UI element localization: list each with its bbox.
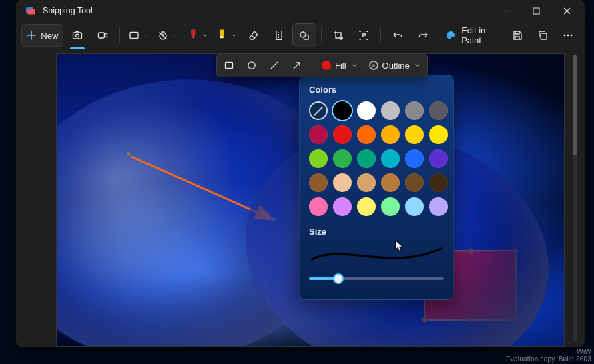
copy-button[interactable] [531, 24, 554, 47]
redo-icon [418, 30, 428, 41]
redo-button[interactable] [412, 24, 434, 47]
eraser-tool-button[interactable] [242, 24, 265, 47]
color-swatch[interactable] [357, 101, 376, 120]
selection-handle[interactable] [513, 283, 519, 289]
color-swatch[interactable] [405, 125, 424, 144]
no-delay-icon [158, 30, 168, 41]
selection-handle[interactable] [467, 317, 473, 323]
edit-in-paint-button[interactable]: Edit in Paint [440, 24, 503, 47]
main-toolbar: New [16, 21, 585, 49]
fill-label: Fill [335, 61, 346, 71]
palette-icon [445, 30, 456, 41]
fill-color-swatch [322, 61, 331, 70]
circle-icon [246, 60, 257, 71]
plus-icon [26, 30, 37, 41]
text-scan-icon [358, 30, 369, 41]
color-swatch[interactable] [333, 125, 352, 144]
svg-rect-20 [226, 63, 233, 69]
shape-circle-button[interactable] [241, 55, 262, 75]
save-button[interactable] [506, 24, 529, 47]
color-swatch[interactable] [357, 149, 376, 168]
color-swatch[interactable] [309, 125, 328, 144]
highlighter-tool-button[interactable] [214, 24, 240, 47]
highlighter-icon [218, 29, 226, 42]
save-icon [512, 30, 523, 41]
chevron-down-icon [415, 63, 420, 68]
mouse-cursor [395, 240, 404, 255]
color-swatch[interactable] [309, 101, 328, 120]
camera-icon [72, 30, 83, 41]
outline-dropdown[interactable]: Outline [364, 55, 426, 75]
color-swatch[interactable] [309, 173, 328, 192]
svg-rect-5 [98, 33, 104, 38]
pen-icon [189, 29, 198, 42]
color-swatch[interactable] [357, 125, 376, 144]
color-swatch[interactable] [357, 197, 376, 216]
color-swatch[interactable] [333, 173, 352, 192]
color-swatch[interactable] [309, 197, 328, 216]
color-swatch[interactable] [381, 149, 400, 168]
strip-separator [312, 57, 312, 73]
size-heading: Size [309, 227, 444, 237]
selection-handle[interactable] [467, 248, 473, 254]
crop-tool-button[interactable] [327, 24, 350, 47]
selection-handle[interactable] [422, 317, 428, 323]
vertical-scrollbar[interactable] [573, 55, 577, 341]
selection-handle[interactable] [513, 248, 519, 254]
color-swatch[interactable] [381, 125, 400, 144]
minimize-button[interactable] [490, 0, 521, 21]
color-swatch[interactable] [381, 101, 400, 120]
shapes-icon [299, 30, 310, 41]
selection-handle[interactable] [513, 317, 519, 323]
color-swatch[interactable] [309, 149, 328, 168]
selection-handle[interactable] [126, 151, 131, 157]
scrollbar-thumb[interactable] [573, 55, 577, 155]
snip-shape-dropdown[interactable] [125, 24, 151, 47]
maximize-button[interactable] [521, 0, 551, 21]
colors-heading: Colors [309, 85, 444, 95]
fill-dropdown[interactable]: Fill [316, 55, 362, 75]
color-swatch[interactable] [429, 101, 448, 120]
color-swatch[interactable] [333, 149, 352, 168]
shape-arrow-button[interactable] [286, 55, 308, 75]
color-swatch[interactable] [333, 101, 352, 120]
edit-in-paint-label: Edit in Paint [461, 25, 498, 45]
shape-rectangle-button[interactable] [218, 55, 240, 75]
size-slider[interactable] [309, 273, 444, 285]
pen-tool-button[interactable] [185, 24, 211, 47]
color-swatch[interactable] [381, 197, 400, 216]
svg-point-12 [448, 34, 449, 35]
color-swatch[interactable] [429, 149, 448, 168]
color-swatch[interactable] [405, 149, 424, 168]
chevron-down-icon [174, 33, 176, 38]
annotation-arrow[interactable] [129, 154, 282, 227]
slider-knob[interactable] [333, 273, 344, 284]
undo-button[interactable] [386, 24, 409, 47]
svg-rect-8 [220, 36, 224, 38]
color-swatch[interactable] [381, 173, 400, 192]
outline-swatch-icon [369, 61, 378, 70]
close-button[interactable] [551, 0, 582, 21]
mode-video-button[interactable] [91, 24, 114, 47]
color-swatch[interactable] [429, 125, 448, 144]
more-options-button[interactable] [557, 24, 579, 47]
arrow-icon [292, 60, 302, 71]
selection-handle[interactable] [270, 217, 276, 222]
svg-rect-3 [73, 33, 81, 39]
color-swatch[interactable] [333, 197, 352, 216]
mode-screenshot-button[interactable] [66, 24, 89, 47]
svg-point-16 [564, 35, 566, 37]
new-snip-button[interactable]: New [21, 24, 63, 47]
color-swatch[interactable] [405, 197, 424, 216]
color-swatch[interactable] [405, 101, 424, 120]
ruler-tool-button[interactable] [268, 24, 290, 47]
color-swatch[interactable] [429, 197, 448, 216]
color-swatch[interactable] [357, 173, 376, 192]
color-swatch[interactable] [429, 173, 448, 192]
delay-dropdown[interactable] [154, 24, 180, 47]
color-swatch[interactable] [405, 173, 424, 192]
text-extract-button[interactable] [352, 24, 375, 47]
svg-rect-6 [130, 33, 138, 39]
shapes-tool-button[interactable] [293, 24, 316, 47]
shape-line-button[interactable] [264, 55, 285, 75]
